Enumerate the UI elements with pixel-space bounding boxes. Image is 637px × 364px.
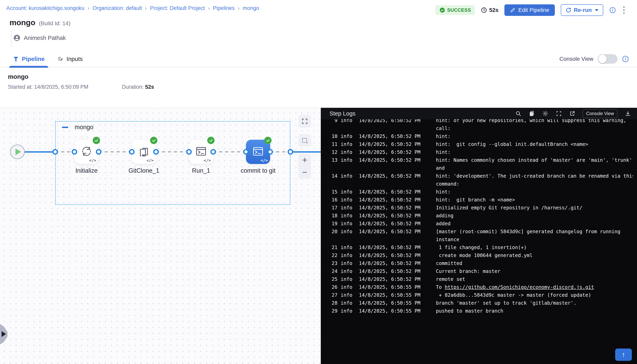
console-view-toggle[interactable]	[598, 54, 618, 64]
log-timestamp: 14/8/2025, 6:50:52 PM	[359, 156, 433, 164]
connector-dashed-line	[99, 151, 132, 152]
header-actions: SUCCESS 52s Edit Pipeline Re-run	[435, 4, 626, 16]
scroll-to-top-button[interactable]: ↑	[615, 348, 632, 361]
log-timestamp: 14/8/2025, 6:50:52 PM	[359, 252, 433, 260]
breadcrumb-item[interactable]: Account: kurosakiichigo.songoku	[6, 5, 84, 11]
log-console-view-button[interactable]: Console View	[582, 109, 618, 118]
log-message: and	[436, 164, 633, 172]
log-search-button[interactable]	[515, 110, 522, 117]
stage-group-name: mongo	[75, 124, 94, 131]
log-level: info	[341, 260, 356, 267]
log-level: info	[341, 119, 356, 124]
log-link[interactable]: https://github.com/Sonichigo/economy-dis…	[445, 284, 594, 290]
status-label: SUCCESS	[447, 7, 471, 13]
author-indent-line	[11, 30, 12, 47]
log-line-number: 12	[325, 148, 338, 156]
edit-pipeline-button[interactable]: Edit Pipeline	[504, 4, 555, 16]
log-line: 15info14/8/2025, 6:50:52 PMhint:	[325, 188, 633, 196]
log-timestamp: 14/8/2025, 6:50:52 PM	[359, 244, 433, 252]
log-line-number: 15	[325, 188, 338, 196]
active-tab-underline	[9, 66, 48, 68]
log-line-number: 9	[325, 119, 338, 124]
breadcrumb-item[interactable]: Project: Default Project	[150, 5, 205, 11]
log-timestamp: 14/8/2025, 6:50:52 PM	[359, 196, 433, 204]
edge-end-solid	[290, 151, 321, 153]
log-message: pushed to master branch	[436, 307, 633, 315]
pipeline-canvas[interactable]: mongo </>Initialize</>GitClone_1</>Run_1…	[0, 108, 321, 364]
tab-pipeline[interactable]: Pipeline	[13, 50, 45, 67]
log-line: 21info14/8/2025, 6:50:52 PM 1 file chang…	[325, 244, 633, 252]
log-line-number: 13	[325, 156, 338, 164]
log-line-number: 23	[325, 260, 338, 267]
build-id: (Build Id: 14)	[39, 20, 70, 26]
zoom-out-button[interactable]: −	[301, 169, 308, 176]
stage-group-label: mongo	[62, 124, 94, 131]
log-line: 29info14/8/2025, 6:50:55 PMpushed to mas…	[325, 307, 633, 315]
canvas-zoom-controls: + −	[298, 154, 311, 179]
log-fullscreen-button[interactable]	[556, 110, 562, 117]
step-success-badge	[150, 137, 158, 144]
step-node-label: GitClone_1	[114, 167, 174, 174]
log-line-number: 28	[325, 299, 338, 307]
console-view-info-icon[interactable]	[622, 55, 629, 62]
log-line-number: 22	[325, 252, 338, 260]
more-options-menu[interactable]	[622, 5, 626, 15]
breadcrumb-item[interactable]: mongo	[243, 5, 259, 11]
log-level: info	[341, 299, 356, 307]
step-node-commit-to-git[interactable]: </>	[246, 140, 270, 164]
log-message: 1 file changed, 1 insertion(+)	[436, 244, 633, 252]
rerun-caret-icon[interactable]	[595, 9, 598, 11]
log-message: hint: git config --global init.defaultBr…	[436, 140, 633, 148]
pipeline-start-node[interactable]	[10, 144, 25, 159]
log-copy-button[interactable]	[528, 110, 535, 117]
log-line-continuation: and	[325, 164, 633, 172]
log-body[interactable]: 9info14/8/2025, 6:50:52 PMhint: of your …	[321, 119, 637, 364]
log-line: 28info14/8/2025, 6:50:55 PMbranch 'maste…	[325, 299, 633, 307]
step-node-run_1[interactable]: </>	[189, 140, 213, 164]
step-node-initialize[interactable]: </>	[74, 140, 99, 164]
log-settings-button[interactable]	[542, 110, 548, 117]
log-timestamp: 14/8/2025, 6:50:52 PM	[359, 140, 433, 148]
log-line: 25info14/8/2025, 6:50:52 PMremote set	[325, 275, 633, 283]
log-open-new-tab-button[interactable]	[569, 110, 576, 117]
log-message: Initialized empty Git repository in /har…	[436, 204, 633, 212]
zoom-in-button[interactable]: +	[301, 156, 308, 164]
breadcrumb-item[interactable]: Organization: default	[92, 5, 142, 11]
fullscreen-icon	[301, 118, 308, 125]
step-success-badge	[93, 137, 100, 144]
breadcrumb-item[interactable]: Pipelines	[213, 5, 235, 11]
log-line: 14info14/8/2025, 6:50:52 PMhint: 'develo…	[325, 172, 633, 180]
log-line: 24info14/8/2025, 6:50:52 PMCurrent branc…	[325, 267, 633, 275]
log-line: 19info14/8/2025, 6:50:52 PMadded	[325, 220, 633, 228]
log-line: 16info14/8/2025, 6:50:52 PMhint: git bra…	[325, 196, 633, 204]
log-level: info	[341, 220, 356, 228]
log-line: 20info14/8/2025, 6:50:52 PM[master (root…	[325, 228, 633, 236]
log-line: 26info14/8/2025, 6:50:55 PMTo https://gi…	[325, 283, 633, 291]
duration-value: 52s	[145, 84, 154, 90]
log-line: 10info14/8/2025, 6:50:52 PMhint:	[325, 132, 633, 140]
log-message: Current branch: master	[436, 267, 633, 275]
info-icon[interactable]	[609, 7, 616, 14]
rerun-button[interactable]: Re-run	[561, 4, 603, 16]
canvas-fullscreen-button[interactable]	[298, 115, 311, 128]
step-node-gitclone_1[interactable]: </>	[132, 140, 156, 164]
tab-inputs[interactable]: Inputs	[57, 50, 83, 67]
log-level: info	[341, 267, 356, 275]
log-line-number: 18	[325, 212, 338, 220]
log-message: command:	[436, 180, 633, 188]
log-timestamp: 14/8/2025, 6:50:55 PM	[359, 307, 433, 315]
log-message: branch 'master' set up to track 'gitlab/…	[436, 299, 633, 307]
refresh-icon	[566, 7, 572, 13]
canvas-select-button[interactable]	[298, 134, 311, 147]
log-level: info	[341, 228, 356, 236]
connector-dot	[243, 149, 249, 154]
step-node-label: Run_1	[171, 167, 231, 174]
log-message: instance	[436, 236, 633, 244]
log-line: 22info14/8/2025, 6:50:52 PM create mode …	[325, 252, 633, 260]
log-level: info	[341, 307, 356, 315]
left-panel-expand-tab[interactable]	[0, 324, 8, 344]
log-line-number: 27	[325, 291, 338, 299]
collapse-stage-icon[interactable]	[62, 127, 68, 128]
selection-box-icon	[301, 137, 308, 144]
log-download-button[interactable]	[625, 110, 631, 117]
